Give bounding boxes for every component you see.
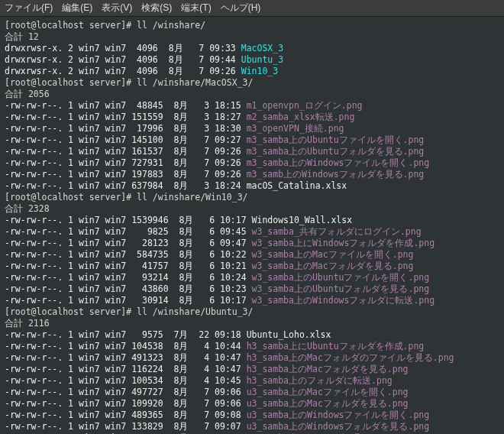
file-entry: h3_samba上のMacフォルダのファイルを見る.png xyxy=(247,352,454,363)
ls-row: -rw-rw-r--. 1 win7 win7 584735 8月 6 10:2… xyxy=(5,249,499,261)
file-entry: m3_samba上のWindowsファイルを開く.png xyxy=(247,157,430,168)
file-entry: m3_openVPN_接続.png xyxy=(247,123,344,134)
file-entry: w3_samba上にWindowsフォルダを作成.png xyxy=(252,238,435,248)
ls-row: -rw-rw-r--. 1 win7 win7 48845 8月 3 18:15… xyxy=(5,100,499,112)
ls-row: -rw-rw-r--. 1 win7 win7 109920 8月 7 09:0… xyxy=(5,398,499,410)
total-line: 合計 2056 xyxy=(5,89,499,100)
dir-entry: Win10_3 xyxy=(241,66,278,76)
total-line: 合計 12 xyxy=(5,31,499,43)
file-entry: w3_samba上のUbuntuフォルダを見る.png xyxy=(252,283,430,294)
file-entry: m3_samb上のWindowsフォルダを見る.png xyxy=(247,169,425,180)
file-entry: h3_samba上のMacフォルダを見る.png xyxy=(247,364,409,374)
ls-row: -rw-rw-r--. 1 win7 win7 161537 8月 7 09:2… xyxy=(5,146,499,157)
file-entry: w3_samba_共有フォルダにログイン.png xyxy=(252,226,422,237)
ls-row: -rw-rw-r--. 1 win7 win7 104538 8月 4 10:4… xyxy=(5,341,499,352)
menu-view[interactable]: 表示(V) xyxy=(102,2,132,15)
file-entry: m2_samba_xlsx転送.png xyxy=(247,112,355,122)
ls-row: -rw-rw-r--. 1 win7 win7 93214 8月 6 10:24… xyxy=(5,272,499,283)
dir-entry: MacOSX_3 xyxy=(241,43,283,53)
menu-search[interactable]: 検索(S) xyxy=(141,2,172,15)
ls-row: -rw-rw-r--. 1 win7 win7 100534 8月 4 10:4… xyxy=(5,375,499,387)
file-entry: m3_samba上のUbuntuフォルダを見る.png xyxy=(247,146,425,157)
ls-row: -rw-rw-r--. 1 win7 win7 497727 8月 7 09:0… xyxy=(5,387,499,398)
file-entry: m1_openvpn_ログイン.png xyxy=(247,100,363,111)
ls-row: -rw-rw-r--. 1 win7 win7 491323 8月 4 10:4… xyxy=(5,352,499,364)
total-line: 合計 2328 xyxy=(5,203,499,215)
ls-row: -rw-rw-r--. 1 win7 win7 489365 8月 7 09:0… xyxy=(5,410,499,421)
file-entry: w3_samba上のWindowsフォルダに転送.png xyxy=(252,295,435,306)
prompt: [root@localhost server]# ll /winshare/Wi… xyxy=(5,192,499,203)
ls-row: drwxrwsr-x. 2 win7 win7 4096 8月 7 09:44 … xyxy=(5,54,499,66)
file-entry: w3_samba上のMacファイルを開く.png xyxy=(252,249,414,260)
menu-file[interactable]: ファイル(F) xyxy=(5,2,53,15)
prompt: [root@localhost server]# ll /winshare/Ma… xyxy=(5,77,499,89)
file-entry: u3_samba上のMacファイルを開く.png xyxy=(247,387,409,397)
prompt: [root@localhost server]# ll /winshare/ xyxy=(5,20,499,31)
file-entry: h3_samba上のフォルダに転送.png xyxy=(247,375,393,386)
ls-row: -rw-rw-r--. 1 win7 win7 133829 8月 7 09:0… xyxy=(5,421,499,432)
ls-row: -rw-rw-r--. 1 win7 win7 9575 7月 22 09:18… xyxy=(5,329,499,341)
ls-row: -rw-rw-r--. 1 win7 win7 41757 8月 6 10:21… xyxy=(5,261,499,272)
ls-row: -rw-rw-r--. 1 win7 win7 151559 8月 3 18:2… xyxy=(5,112,499,123)
dir-entry: Ubuntu_3 xyxy=(241,54,283,65)
ls-row: -rw-rw-r--. 1 win7 win7 1539946 8月 6 10:… xyxy=(5,215,499,226)
file-entry: h3_samba上にUbuntuフォルダを作成.png xyxy=(247,341,425,351)
ls-row: -rw-rw-r--. 1 win7 win7 9825 8月 6 09:45 … xyxy=(5,226,499,238)
ls-row: -rw-rw-r--. 1 win7 win7 145100 8月 7 09:2… xyxy=(5,134,499,146)
ls-row: -rw-rw-r--. 1 win7 win7 197883 8月 7 09:2… xyxy=(5,169,499,180)
total-line: 合計 2116 xyxy=(5,318,499,329)
terminal-output[interactable]: [root@localhost server]# ll /winshare/合計… xyxy=(0,17,504,434)
menu-edit[interactable]: 編集(E) xyxy=(62,2,92,15)
ls-row: -rw-rw-r--. 1 win7 win7 727931 8月 7 09:2… xyxy=(5,157,499,169)
menu-terminal[interactable]: 端末(T) xyxy=(181,2,211,15)
ls-row: drwxrwsr-x. 2 win7 win7 4096 8月 7 09:33 … xyxy=(5,43,499,54)
prompt: [root@localhost server]# ll /winshare/Ub… xyxy=(5,306,499,318)
ls-row: -rw-rw-r--. 1 win7 win7 28123 8月 6 09:47… xyxy=(5,238,499,249)
file-entry: w3_samba上のUbuntuファイルを開く.png xyxy=(252,272,430,283)
file-entry: Ubuntu_Loho.xlsx xyxy=(247,329,331,340)
menu-help[interactable]: ヘルプ(H) xyxy=(221,2,261,15)
ls-row: -rw-rw-r--. 1 win7 win7 17996 8月 3 18:30… xyxy=(5,123,499,134)
file-entry: Windows10_Wall.xlsx xyxy=(252,215,353,225)
menubar: ファイル(F) 編集(E) 表示(V) 検索(S) 端末(T) ヘルプ(H) xyxy=(0,0,504,17)
file-entry: macOS_Catalina.xlsx xyxy=(247,180,347,191)
file-entry: m3_samba上のUbuntuファイルを開く.png xyxy=(247,134,425,145)
ls-row: -rw-rw-r--. 1 win7 win7 43860 8月 6 10:23… xyxy=(5,283,499,295)
ls-row: drwxrwsr-x. 2 win7 win7 4096 8月 7 09:26 … xyxy=(5,66,499,77)
file-entry: u3_samba上のWindowsフォルダを見る.png xyxy=(247,421,430,432)
ls-row: -rw-rw-r--. 1 win7 win7 637984 8月 3 18:2… xyxy=(5,180,499,192)
ls-row: -rw-rw-r--. 1 win7 win7 30914 8月 6 10:17… xyxy=(5,295,499,306)
ls-row: -rw-rw-r--. 1 win7 win7 116224 8月 4 10:4… xyxy=(5,364,499,375)
file-entry: u3_samba上のWindowsファイルを開く.png xyxy=(247,410,430,420)
file-entry: u3_samba上のMacフォルダを見る.png xyxy=(247,398,409,409)
file-entry: w3_samba上のMacフォルダを見る.png xyxy=(252,261,414,271)
